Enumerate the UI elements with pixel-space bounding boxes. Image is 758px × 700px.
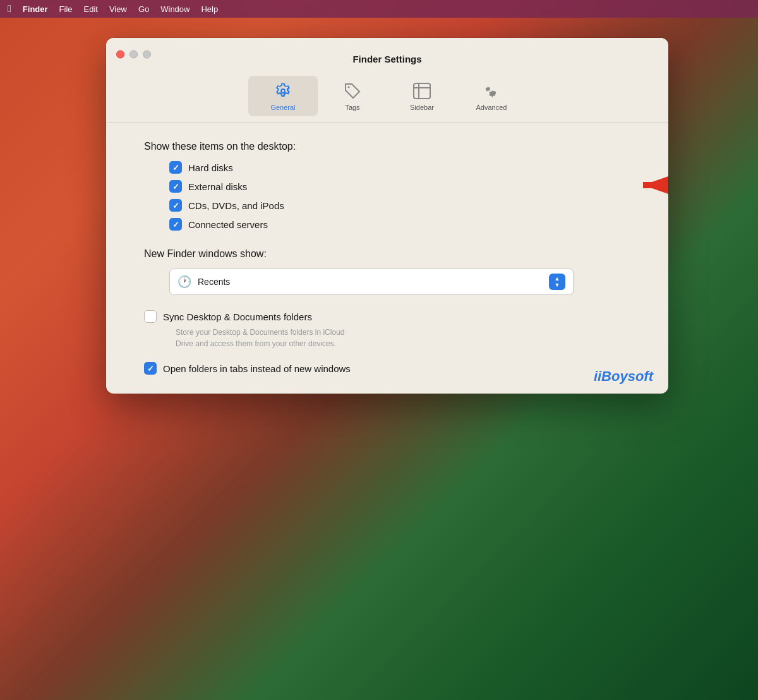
finder-windows-label: New Finder windows show: — [144, 248, 630, 260]
cds-dvds-checkbox[interactable]: ✓ — [169, 199, 182, 212]
tab-advanced[interactable]: Advanced — [457, 76, 526, 116]
dropdown-wrapper: 🕐 Recents ▲ ▼ — [169, 269, 630, 295]
svg-point-0 — [348, 87, 350, 88]
svg-rect-1 — [414, 83, 430, 99]
window-title: Finder Settings — [352, 54, 421, 64]
red-arrow-annotation — [637, 171, 668, 202]
sync-row: Sync Desktop & Documents folders — [144, 310, 630, 323]
desktop-section-label: Show these items on the desktop: — [144, 141, 630, 152]
menu-file[interactable]: File — [59, 4, 73, 14]
tab-sidebar[interactable]: Sidebar — [387, 76, 457, 116]
gear-icon — [273, 81, 293, 101]
connected-servers-row: ✓ Connected servers — [169, 218, 630, 231]
tab-general[interactable]: General — [248, 76, 318, 116]
menu-view[interactable]: View — [109, 4, 127, 14]
sync-label: Sync Desktop & Documents folders — [163, 311, 312, 322]
dropdown-selected-value: Recents — [198, 277, 549, 287]
tab-tags-label: Tags — [345, 104, 359, 111]
external-disks-checkbox[interactable]: ✓ — [169, 180, 182, 193]
menu-window[interactable]: Window — [160, 4, 190, 14]
toolbar: General Tags Sidebar — [106, 71, 668, 116]
menu-help[interactable]: Help — [201, 4, 218, 14]
maximize-button[interactable] — [143, 51, 151, 59]
open-folders-label: Open folders in tabs instead of new wind… — [163, 363, 351, 374]
menu-finder[interactable]: Finder — [23, 4, 48, 14]
open-folders-checkbox[interactable]: ✓ — [144, 362, 157, 375]
cds-dvds-row: ✓ CDs, DVDs, and iPods — [169, 199, 630, 212]
menu-go[interactable]: Go — [138, 4, 149, 14]
connected-servers-checkbox[interactable]: ✓ — [169, 218, 182, 231]
connected-servers-label: Connected servers — [188, 219, 268, 230]
open-folders-row: ✓ Open folders in tabs instead of new wi… — [144, 362, 630, 375]
close-button[interactable] — [116, 51, 124, 59]
hard-disks-row: ✓ Hard disks — [169, 161, 630, 174]
apple-menu-icon[interactable]:  — [8, 4, 11, 14]
tab-advanced-label: Advanced — [476, 104, 507, 111]
iboysoft-watermark: iiBoysoft — [594, 368, 653, 385]
external-disks-row: ✓ External disks — [169, 180, 630, 193]
tab-tags[interactable]: Tags — [318, 76, 387, 116]
sidebar-icon — [412, 81, 432, 101]
hard-disks-checkbox[interactable]: ✓ — [169, 161, 182, 174]
cds-dvds-label: CDs, DVDs, and iPods — [188, 200, 284, 211]
sync-checkbox[interactable] — [144, 310, 157, 323]
tab-general-label: General — [270, 104, 295, 111]
dropdown-stepper[interactable]: ▲ ▼ — [549, 274, 565, 290]
chevron-up-icon: ▲ — [555, 276, 560, 282]
hard-disks-label: Hard disks — [188, 162, 233, 173]
clock-icon: 🕐 — [177, 275, 191, 289]
external-disks-label: External disks — [188, 181, 247, 192]
chevron-down-icon: ▼ — [555, 282, 560, 288]
recents-dropdown[interactable]: 🕐 Recents ▲ ▼ — [169, 269, 574, 295]
menu-edit[interactable]: Edit — [84, 4, 98, 14]
traffic-lights — [116, 51, 151, 59]
finder-settings-window: Finder Settings General Tags — [106, 38, 668, 394]
sync-section: Sync Desktop & Documents folders Store y… — [144, 310, 630, 349]
advanced-gear-icon — [481, 81, 502, 101]
settings-content: Show these items on the desktop: ✓ Hard … — [106, 123, 668, 394]
minimize-button[interactable] — [129, 51, 138, 59]
title-bar: Finder Settings — [106, 38, 668, 71]
menu-bar:  Finder File Edit View Go Window Help — [0, 0, 758, 18]
desktop-checkboxes: ✓ Hard disks ✓ External disks — [169, 161, 630, 231]
tag-icon — [342, 81, 363, 101]
tab-sidebar-label: Sidebar — [410, 104, 434, 111]
finder-windows-section: New Finder windows show: 🕐 Recents ▲ ▼ — [144, 248, 630, 295]
sync-description: Store your Desktop & Documents folders i… — [176, 327, 630, 349]
